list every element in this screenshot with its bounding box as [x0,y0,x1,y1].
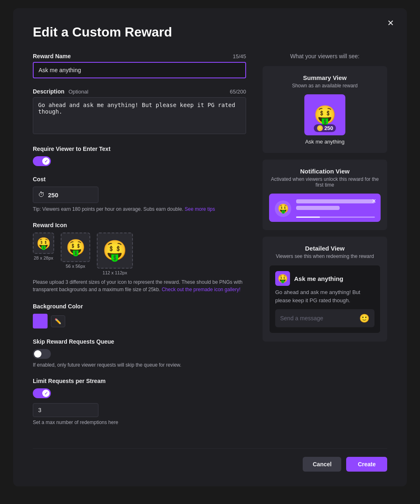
edit-custom-reward-modal: ✕ Edit a Custom Reward Reward Name 15/45… [13,8,407,486]
summary-reward-name: Ask me anything [269,139,381,145]
detail-box: 🤑 Ask me anything Go ahead and ask me an… [269,265,381,333]
description-input[interactable]: Go ahead and ask me anything! But please… [33,97,246,134]
reward-icon-label: Reward Icon [33,222,246,228]
notification-box: 🤑 ✕ [269,194,381,222]
icon-sizes: 🤑 28 x 28px 🤑 56 x 56px 🤑 [33,233,246,275]
notif-close-button[interactable]: ✕ [372,198,377,204]
skip-queue-desc: If enabled, only future viewer requests … [33,362,246,368]
require-text-group: Require Viewer to Enter Text ✓ [33,146,246,166]
notif-line-2 [296,206,340,210]
color-swatch[interactable] [33,314,48,328]
summary-cost-value: 250 [324,125,333,131]
skip-queue-group: Skip Reward Requests Queue If enabled, o… [33,338,246,368]
create-button[interactable]: Create [346,457,387,472]
summary-reward-emoji: 🤑 [314,104,336,125]
notif-icon-wrap: 🤑 [275,201,291,217]
detail-view-subtitle: Viewers see this when redeeming the rewa… [269,253,381,259]
icon-label-md: 56 x 56px [66,264,85,269]
detail-reward-desc: Go ahead and ask me anything! But please… [275,288,374,304]
notif-view-title: Notification View [269,168,381,175]
icon-label-lg: 112 x 112px [103,270,127,275]
summary-reward-box: 🤑 🪙 250 [304,94,345,135]
limit-requests-group: Limit Requests per Stream ✓ Set a max nu… [33,378,246,425]
icon-upload-lg[interactable]: 🤑 [97,233,133,269]
skip-queue-thumb [34,350,41,358]
description-group: Description Optional 65/200 Go ahead and… [33,88,246,136]
cost-group: Cost ⏱ Tip: Viewers earn 180 points per … [33,176,246,212]
reward-name-input[interactable] [33,62,246,78]
limit-toggle-check-icon: ✓ [44,391,48,396]
detail-placeholder-text: Send a message [280,315,356,322]
notif-view-subtitle: Activated when viewers unlock this rewar… [269,176,381,188]
close-button[interactable]: ✕ [384,16,397,30]
cost-tip: Tip: Viewers earn 180 points per hour on… [33,206,246,212]
skip-queue-label: Skip Reward Requests Queue [33,338,246,345]
cancel-button[interactable]: Cancel [303,457,341,472]
notif-lines [296,199,375,218]
reward-icon-group: Reward Icon 🤑 28 x 28px 🤑 56 x 56px [33,222,246,293]
summary-view-title: Summary View [269,74,381,81]
reward-name-group: Reward Name 15/45 [33,53,246,78]
toggle-check-icon: ✓ [44,159,48,164]
description-char-count: 65/200 [230,89,246,95]
notification-view-card: Notification View Activated when viewers… [262,160,387,230]
icon-upload-sm[interactable]: 🤑 [33,233,54,254]
notif-progress-bar [296,217,375,218]
description-label: Description Optional [33,88,88,95]
detail-view-title: Detailed View [269,245,381,252]
detail-message-input-row[interactable]: Send a message 🙂 [275,309,374,327]
detail-reward-title: Ask me anything [294,275,343,282]
coin-icon: ⏱ [38,191,45,198]
modal-title: Edit a Custom Reward [33,25,387,40]
cost-input-wrap: ⏱ [33,187,98,203]
bg-color-label: Background Color [33,303,246,310]
notif-reward-icon: 🤑 [278,203,289,214]
summary-view-card: Summary View Shown as an available rewar… [262,66,387,153]
skip-queue-toggle[interactable] [33,349,51,359]
detailed-view-card: Detailed View Viewers see this when rede… [262,237,387,342]
icon-emoji-sm: 🤑 [37,237,51,250]
right-column: What your viewers will see: Summary View… [262,53,387,435]
detail-reward-emoji: 🤑 [278,274,288,283]
icon-size-item-md: 🤑 56 x 56px [61,233,90,275]
icon-upload-md[interactable]: 🤑 [61,233,90,262]
pen-icon: ✏️ [55,318,62,324]
edit-color-button[interactable]: ✏️ [51,315,65,327]
icon-emoji-lg: 🤑 [103,239,127,262]
notif-progress-fill [296,217,320,218]
summary-view-subtitle: Shown as an available reward [269,83,381,89]
icon-size-item-lg: 🤑 112 x 112px [97,233,133,275]
summary-cost-badge: 🪙 250 [314,124,336,132]
icon-label-sm: 28 x 28px [34,255,53,260]
modal-footer: Cancel Create [33,448,387,472]
left-column: Reward Name 15/45 Description Optional 6… [33,53,246,435]
cost-input[interactable] [48,192,81,198]
icon-gallery-link[interactable]: Check out the premade icon gallery! [162,287,240,292]
viewers-label: What your viewers will see: [262,53,387,59]
limit-requests-toggle[interactable]: ✓ [33,388,51,398]
detail-header: 🤑 Ask me anything [275,271,374,286]
require-text-label: Require Viewer to Enter Text [33,146,246,152]
notif-line-1 [296,199,375,203]
icon-description: Please upload 3 different sizes of your … [33,278,246,293]
description-optional: Optional [68,89,88,95]
reward-name-char-count: 15/45 [233,53,246,59]
color-row: ✏️ [33,314,246,328]
toggle-thumb: ✓ [42,157,50,165]
limit-input-wrap [33,403,98,417]
summary-coin-icon: 🪙 [317,125,323,131]
limit-requests-label: Limit Requests per Stream [33,378,246,384]
detail-icon-wrap: 🤑 [275,271,290,286]
limit-desc: Set a max number of redemptions here [33,420,246,425]
icon-emoji-md: 🤑 [66,238,85,256]
icon-size-item-sm: 🤑 28 x 28px [33,233,54,275]
emoji-button[interactable]: 🙂 [359,313,370,323]
require-text-toggle[interactable]: ✓ [33,156,51,166]
cost-label: Cost [33,176,246,182]
see-more-tips-link[interactable]: See more tips [185,206,215,212]
limit-input[interactable] [38,407,93,413]
bg-color-group: Background Color ✏️ [33,303,246,328]
reward-name-label: Reward Name [33,53,71,59]
limit-toggle-thumb: ✓ [42,390,50,397]
